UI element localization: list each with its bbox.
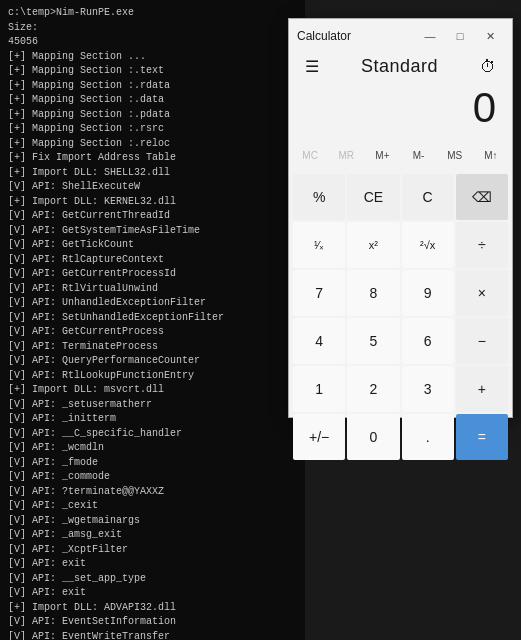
- terminal-line: [V] API: EventSetInformation: [8, 615, 297, 630]
- calc-button-[interactable]: +/−: [293, 414, 345, 460]
- terminal-line: [V] API: _initterm: [8, 412, 297, 427]
- terminal-line: [+] Mapping Section :.rdata: [8, 79, 297, 94]
- terminal-line: [V] API: GetCurrentProcessId: [8, 267, 297, 282]
- terminal-line: c:\temp>Nim-RunPE.exe: [8, 6, 297, 21]
- calc-button-[interactable]: ⌫: [456, 174, 508, 220]
- terminal-line: [V] API: UnhandledExceptionFilter: [8, 296, 297, 311]
- terminal-line: [V] API: SetUnhandledExceptionFilter: [8, 311, 297, 326]
- calc-button-5[interactable]: 5: [347, 318, 399, 364]
- memory-button-mr[interactable]: MR: [329, 140, 363, 170]
- terminal-line: [V] API: exit: [8, 586, 297, 601]
- calc-button-7[interactable]: 7: [293, 270, 345, 316]
- calc-button-[interactable]: ×: [456, 270, 508, 316]
- terminal-line: [V] API: TerminateProcess: [8, 340, 297, 355]
- calc-button-[interactable]: ÷: [456, 222, 508, 268]
- calc-display: 0: [289, 80, 512, 140]
- terminal-line: [V] API: ?terminate@@YAXXZ: [8, 485, 297, 500]
- terminal-line: [V] API: RtlLookupFunctionEntry: [8, 369, 297, 384]
- calc-titlebar: Calculator — □ ✕: [289, 19, 512, 51]
- terminal-line: 45056: [8, 35, 297, 50]
- terminal-line: [V] API: RtlCaptureContext: [8, 253, 297, 268]
- calc-button-[interactable]: +: [456, 366, 508, 412]
- memory-button-m[interactable]: M-: [402, 140, 436, 170]
- terminal-line: [+] Import DLL: SHELL32.dll: [8, 166, 297, 181]
- memory-row: MCMRM+M-MSM↑: [289, 140, 512, 170]
- terminal-line: [+] Mapping Section :.pdata: [8, 108, 297, 123]
- terminal-line: [V] API: _XcptFilter: [8, 543, 297, 558]
- memory-button-mc[interactable]: MC: [293, 140, 327, 170]
- calc-button-[interactable]: =: [456, 414, 508, 460]
- terminal-line: [V] API: RtlVirtualUnwind: [8, 282, 297, 297]
- calc-button-grid: %CEC⌫¹∕ₓx²²√x÷789×456−123++/−0.=: [289, 172, 512, 464]
- minimize-button[interactable]: —: [416, 25, 444, 47]
- calc-button-8[interactable]: 8: [347, 270, 399, 316]
- calc-button-[interactable]: %: [293, 174, 345, 220]
- terminal-line: [+] Mapping Section :.reloc: [8, 137, 297, 152]
- terminal-panel: c:\temp>Nim-RunPE.exeSize:45056[+] Mappi…: [0, 0, 305, 640]
- terminal-line: [V] API: _setusermatherr: [8, 398, 297, 413]
- memory-button-m[interactable]: M↑: [474, 140, 508, 170]
- terminal-line: [V] API: EventWriteTransfer: [8, 630, 297, 641]
- calc-button-0[interactable]: 0: [347, 414, 399, 460]
- calc-button-x[interactable]: x²: [347, 222, 399, 268]
- terminal-line: [V] API: __set_app_type: [8, 572, 297, 587]
- terminal-line: [V] API: __C_specific_handler: [8, 427, 297, 442]
- calc-button-CE[interactable]: CE: [347, 174, 399, 220]
- calc-button-x[interactable]: ²√x: [402, 222, 454, 268]
- calc-button-4[interactable]: 4: [293, 318, 345, 364]
- terminal-line: [+] Fix Import Address Table: [8, 151, 297, 166]
- terminal-line: [V] API: _fmode: [8, 456, 297, 471]
- terminal-line: [V] API: exit: [8, 557, 297, 572]
- calc-button-3[interactable]: 3: [402, 366, 454, 412]
- terminal-line: [+] Mapping Section ...: [8, 50, 297, 65]
- calc-button-6[interactable]: 6: [402, 318, 454, 364]
- close-button[interactable]: ✕: [476, 25, 504, 47]
- maximize-button[interactable]: □: [446, 25, 474, 47]
- terminal-line: [+] Import DLL: KERNEL32.dll: [8, 195, 297, 210]
- calc-mode-title: Standard: [361, 56, 438, 77]
- window-controls: — □ ✕: [416, 25, 504, 47]
- calc-button-[interactable]: .: [402, 414, 454, 460]
- memory-button-m[interactable]: M+: [365, 140, 399, 170]
- terminal-line: [V] API: _wcmdln: [8, 441, 297, 456]
- memory-button-ms[interactable]: MS: [438, 140, 472, 170]
- terminal-line: [V] API: GetTickCount: [8, 238, 297, 253]
- terminal-line: [V] API: QueryPerformanceCounter: [8, 354, 297, 369]
- calc-button-1[interactable]: 1: [293, 366, 345, 412]
- terminal-line: [V] API: ShellExecuteW: [8, 180, 297, 195]
- calc-header: ☰ Standard ⏱: [289, 51, 512, 80]
- terminal-line: [+] Mapping Section :.data: [8, 93, 297, 108]
- calculator-window: Calculator — □ ✕ ☰ Standard ⏱ 0 MCMRM+M-…: [288, 18, 513, 418]
- terminal-line: [V] API: GetCurrentThreadId: [8, 209, 297, 224]
- calc-button-C[interactable]: C: [402, 174, 454, 220]
- history-icon[interactable]: ⏱: [476, 54, 500, 80]
- calc-button-[interactable]: −: [456, 318, 508, 364]
- terminal-line: [+] Import DLL: msvcrt.dll: [8, 383, 297, 398]
- terminal-line: [V] API: GetSystemTimeAsFileTime: [8, 224, 297, 239]
- calc-title: Calculator: [297, 29, 351, 43]
- terminal-line: [+] Import DLL: ADVAPI32.dll: [8, 601, 297, 616]
- hamburger-icon[interactable]: ☰: [301, 53, 323, 80]
- terminal-line: Size:: [8, 21, 297, 36]
- terminal-line: [V] API: _commode: [8, 470, 297, 485]
- terminal-line: [V] API: _amsg_exit: [8, 528, 297, 543]
- terminal-line: [+] Mapping Section :.text: [8, 64, 297, 79]
- calc-button-[interactable]: ¹∕ₓ: [293, 222, 345, 268]
- terminal-line: [V] API: _wgetmainargs: [8, 514, 297, 529]
- terminal-line: [+] Mapping Section :.rsrc: [8, 122, 297, 137]
- terminal-line: [V] API: GetCurrentProcess: [8, 325, 297, 340]
- calc-button-2[interactable]: 2: [347, 366, 399, 412]
- calc-button-9[interactable]: 9: [402, 270, 454, 316]
- terminal-line: [V] API: _cexit: [8, 499, 297, 514]
